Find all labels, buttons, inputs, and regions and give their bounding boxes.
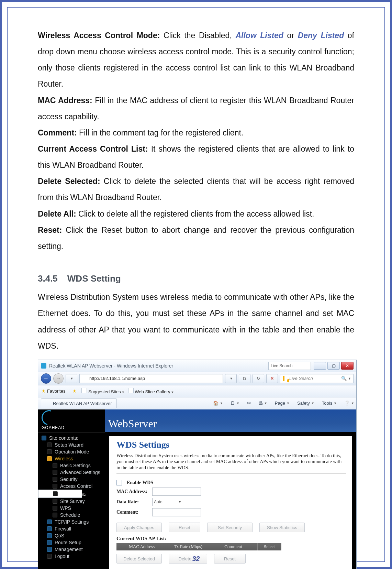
section-body: Wireless Distribution System uses wirele…	[38, 289, 354, 354]
sidebar-item-qos[interactable]: QoS	[38, 532, 105, 539]
sidebar-item-wds-settings[interactable]: WDS settings	[38, 490, 82, 498]
apply-changes-button[interactable]: Apply Changes	[116, 523, 162, 532]
page-icon	[47, 449, 52, 454]
mac-address-input[interactable]	[152, 488, 201, 496]
col-mac: MAC Address	[116, 543, 167, 550]
folder-icon	[47, 547, 52, 552]
safety-menu[interactable]: Safety▼	[295, 401, 316, 406]
sidebar-item-tcpip[interactable]: TCP/IP Settings	[38, 518, 105, 525]
page-icon	[53, 513, 57, 517]
fav-multi-icon[interactable]: ★	[72, 389, 78, 394]
panel-heading: WDS Settings	[116, 440, 346, 450]
sidebar-item-firewall[interactable]: Firewall	[38, 525, 105, 532]
print-button[interactable]: 🖶▼	[256, 401, 269, 406]
mail-button[interactable]: ✉	[245, 401, 253, 406]
para-comment: Comment: Fill in the comment tag for the…	[38, 125, 354, 141]
comment-label: Comment:	[116, 510, 147, 515]
url-text: http://192.168.1.1/home.asp	[89, 376, 145, 381]
bing-icon	[282, 376, 288, 381]
sidebar-item-advanced-settings[interactable]: Advanced Settings	[38, 469, 105, 476]
set-security-button[interactable]: Set Security	[207, 523, 253, 532]
sidebar-item-route-setup[interactable]: Route Setup	[38, 539, 105, 546]
label-delete-selected: Delete Selected:	[38, 177, 100, 186]
router-content: WebServer WDS Settings Wireless Distribu…	[105, 409, 356, 569]
nav-history-dropdown[interactable]: ▼	[66, 374, 77, 383]
title-search-box[interactable]: Live Search	[268, 362, 311, 370]
enable-wds-checkbox[interactable]	[116, 480, 122, 485]
feeds-button[interactable]: 🗒▼	[228, 401, 242, 406]
comment-input[interactable]	[152, 508, 201, 516]
page-icon	[53, 470, 57, 475]
sidebar-item-access-control[interactable]: Access Control	[38, 483, 105, 490]
col-comment: Comment	[209, 543, 258, 550]
favorites-bar: ★Favorites ★ Suggested Sites▼ Web Slice …	[38, 385, 356, 397]
url-field[interactable]: http://192.168.1.1/home.asp	[79, 374, 223, 383]
suggested-sites-button[interactable]: Suggested Sites▼	[81, 388, 124, 394]
page-icon	[53, 491, 58, 496]
page-icon	[53, 484, 57, 489]
page-icon	[81, 388, 87, 393]
search-field[interactable]: Live Search 🔍 ▼	[280, 374, 354, 383]
page-icon	[53, 506, 57, 511]
compat-dropdown[interactable]: ▼	[225, 374, 237, 383]
para-current-acl: Current Access Control List: It shows th…	[38, 141, 354, 173]
sidebar-item-operation-mode[interactable]: Operation Mode	[38, 448, 105, 455]
wds-panel: WDS Settings Wireless Distribution Syste…	[109, 436, 352, 569]
page-icon	[47, 442, 52, 447]
panel-intro: Wireless Distribution System uses wirele…	[116, 453, 346, 471]
star-group-icon: ★	[72, 389, 77, 394]
show-statistics-button[interactable]: Show Statistics	[259, 523, 305, 532]
favorites-button[interactable]: ★Favorites	[42, 389, 65, 394]
window-minimize-button[interactable]: —	[314, 362, 326, 370]
compat-button[interactable]: 🗋	[239, 374, 250, 383]
sidebar-item-setup-wizard[interactable]: Setup Wizard	[38, 441, 105, 448]
page-favicon-icon	[82, 376, 87, 381]
home-button[interactable]: 🏠▼	[211, 401, 225, 406]
webserver-banner: WebServer	[105, 409, 356, 432]
sidebar-item-management[interactable]: Management	[38, 546, 105, 553]
brand-label: GOAHEAD	[42, 425, 65, 430]
sidebar-item-wps[interactable]: WPS	[38, 505, 105, 512]
address-bar: ← → ▼ http://192.168.1.1/home.asp ▼ 🗋 ↻ …	[38, 372, 356, 385]
tab-bar: Realtek WLAN AP Webserver 🏠▼ 🗒▼ ✉ 🖶▼ Pag…	[38, 397, 356, 409]
sidebar-item-security[interactable]: Security	[38, 476, 105, 483]
window-maximize-button[interactable]: ▢	[327, 362, 340, 370]
nav-back-button[interactable]: ←	[41, 373, 51, 384]
label-delete-all: Delete All:	[38, 209, 76, 218]
folder-icon	[42, 436, 46, 440]
section-title: WDS Setting	[67, 273, 121, 284]
ie-app-icon	[41, 363, 46, 369]
para-delete-all: Delete All: Click to delete all the regi…	[38, 206, 354, 222]
browser-tab[interactable]: Realtek WLAN AP Webserver	[41, 398, 117, 408]
tab-title: Realtek WLAN AP Webserver	[53, 401, 112, 406]
reset-button[interactable]: Reset	[169, 523, 200, 532]
search-placeholder: Live Search	[289, 376, 313, 381]
sidebar-item-wireless[interactable]: Wireless	[38, 455, 105, 462]
sidebar-item-site-survey[interactable]: Site Survey	[38, 498, 105, 505]
sidebar-item-basic-settings[interactable]: Basic Settings	[38, 462, 105, 469]
document-body: Wireless Access Control Mode: Click the …	[38, 28, 354, 354]
help-button[interactable]: ❔▼	[342, 401, 356, 406]
web-slice-gallery-button[interactable]: Web Slice Gallery▼	[128, 388, 174, 394]
sidebar-root[interactable]: Site contents:	[38, 435, 105, 441]
para-mac-address: MAC Address: Fill in the MAC address of …	[38, 92, 354, 125]
window-close-button[interactable]: ✕	[341, 362, 354, 370]
label-mac-address: MAC Address:	[38, 96, 92, 105]
stop-button[interactable]: ✕	[266, 374, 278, 383]
data-rate-select[interactable]: Auto ▼	[152, 498, 183, 506]
tab-favicon-icon	[46, 401, 51, 406]
refresh-button[interactable]: ↻	[253, 374, 264, 383]
router-sidebar: GOAHEAD Site contents: Setup Wizard Oper…	[38, 409, 105, 569]
mac-address-label: MAC Address:	[116, 489, 147, 494]
para-acl-mode: Wireless Access Control Mode: Click the …	[38, 28, 354, 92]
folder-icon	[47, 526, 52, 531]
nav-forward-button[interactable]: →	[53, 373, 64, 384]
search-icon[interactable]: 🔍	[341, 376, 347, 381]
sidebar-item-schedule[interactable]: Schedule	[38, 512, 105, 518]
tools-menu[interactable]: Tools▼	[320, 401, 339, 406]
page-icon	[53, 499, 57, 504]
page-menu[interactable]: Page▼	[273, 401, 292, 406]
col-txrate: Tx Rate (Mbps)	[167, 543, 209, 550]
search-provider-dropdown[interactable]: ▼	[348, 377, 351, 380]
opt-allow-listed: Allow Listed	[235, 31, 283, 40]
